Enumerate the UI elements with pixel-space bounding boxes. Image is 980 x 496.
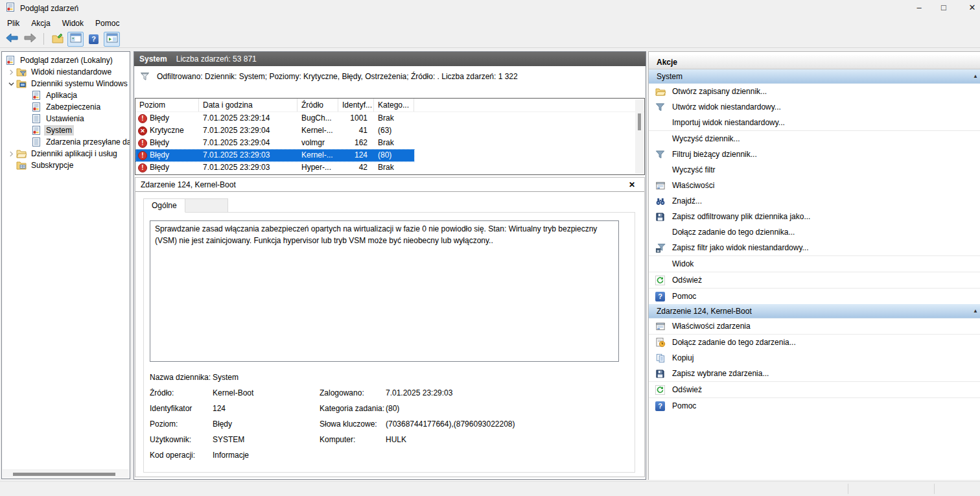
maximize-button[interactable]: □ — [932, 0, 955, 16]
field-label: Użytkownik: — [150, 435, 213, 444]
table-row[interactable]: !Błędy 7.01.2025 23:29:14 BugCh... 1001 … — [135, 112, 644, 124]
field-value: 124 — [213, 404, 320, 413]
action-clear-log[interactable]: Wyczyść dziennik... — [649, 131, 980, 147]
tree-item-root[interactable]: Podgląd zdarzeń (Lokalny) — [2, 54, 130, 66]
statusbar-separator — [848, 484, 848, 494]
column-header-data[interactable]: Data i godzina — [199, 99, 298, 112]
tree-item-windows-logs[interactable]: Dzienniki systemu Windows — [2, 78, 130, 89]
action-save-filtered-log[interactable]: Zapisz odfiltrowany plik dziennika jako.… — [649, 209, 980, 224]
tree-item-aplikacja[interactable]: Aplikacja — [2, 89, 130, 101]
column-header-identyfikator[interactable]: Identyf... — [338, 99, 374, 112]
action-attach-task-to-event[interactable]: Dołącz zadanie do tego zdarzenia... — [649, 335, 980, 350]
help-icon: ? — [89, 34, 99, 44]
custom-views-folder-icon — [16, 67, 27, 77]
table-vertical-scrollbar[interactable] — [635, 99, 644, 174]
action-filter-current-log[interactable]: Filtruj bieżący dziennik... — [649, 147, 980, 162]
action-event-properties[interactable]: Właściwości zdarzenia — [649, 318, 980, 334]
cell-level: Błędy — [150, 137, 169, 149]
status-bar — [0, 481, 980, 496]
back-button[interactable] — [4, 32, 20, 47]
help-icon: ? — [655, 401, 665, 411]
actions-title: Akcje — [649, 55, 980, 69]
console-tree-panel: Podgląd zdarzeń (Lokalny) Widoki niestan… — [1, 51, 130, 479]
column-header-poziom[interactable]: Poziom — [135, 99, 199, 112]
section-header-label: System — [657, 72, 682, 81]
export-log-button[interactable] — [49, 32, 65, 47]
tree-item-subskrypcje[interactable]: Subskrypcje — [2, 159, 130, 171]
action-save-selected-events[interactable]: Zapisz wybrane zdarzenia... — [649, 366, 980, 381]
tree-horizontal-scrollbar[interactable] — [3, 469, 129, 478]
tree-item-ustawienia[interactable]: Ustawienia — [2, 113, 130, 124]
field-label: Źródło: — [150, 388, 213, 397]
tree-item-system[interactable]: System — [2, 124, 130, 136]
action-import-custom-view[interactable]: Importuj widok niestandardowy... — [649, 115, 980, 130]
tree-item-label: Widoki niestandardowe — [29, 67, 113, 77]
console-tree-toggle-button[interactable] — [67, 32, 84, 47]
tree-item-custom-views[interactable]: Widoki niestandardowe — [2, 66, 130, 78]
action-copy[interactable]: Kopiuj — [649, 350, 980, 366]
action-save-filter-as-view[interactable]: Zapisz filtr jako widok niestandardowy..… — [649, 240, 980, 255]
menu-widok[interactable]: Widok — [56, 18, 89, 29]
scrollbar-thumb[interactable] — [13, 473, 115, 476]
field-row: Źródło: Kernel-Boot Zalogowano: 7.01.202… — [150, 385, 629, 401]
close-button[interactable]: ✕ — [961, 0, 980, 16]
log-icon — [31, 102, 41, 112]
chevron-right-icon[interactable] — [6, 151, 16, 157]
scrollbar-thumb[interactable] — [638, 113, 641, 130]
tree-item-app-logs[interactable]: Dzienniki aplikacji i usług — [2, 148, 130, 159]
event-description-box[interactable]: Sprawdzanie zasad włączania zabezpieczeń… — [150, 220, 619, 362]
column-header-kategoria[interactable]: Katego... — [374, 99, 414, 112]
chevron-down-icon[interactable] — [6, 81, 16, 87]
filter-text: Odfiltrowano: Dziennik: System; Poziomy:… — [157, 72, 518, 81]
actions-section-event[interactable]: Zdarzenie 124, Kernel-Boot ▲ — [649, 304, 980, 318]
forward-button[interactable] — [22, 32, 38, 47]
menu-akcja[interactable]: Akcja — [25, 18, 56, 29]
action-refresh[interactable]: Odśwież — [649, 272, 980, 288]
action-clear-filter[interactable]: Wyczyść filtr — [649, 162, 980, 178]
action-help[interactable]: ? Pomoc — [649, 289, 980, 304]
tab-blank[interactable] — [185, 198, 228, 213]
tree-item-label: Ustawienia — [44, 113, 86, 124]
action-pane-toggle-button[interactable] — [104, 32, 120, 47]
cell-category: Brak — [374, 161, 414, 174]
chevron-right-icon[interactable] — [6, 69, 16, 75]
close-detail-icon[interactable]: ✕ — [626, 179, 638, 191]
table-row[interactable]: ✕Krytyczne 7.01.2025 23:29:04 Kernel-...… — [135, 124, 644, 137]
action-pane-icon — [106, 33, 118, 45]
action-properties[interactable]: Właściwości — [649, 178, 980, 193]
event-description: Sprawdzanie zasad włączania zabezpieczeń… — [155, 224, 597, 245]
field-value: Kernel-Boot — [213, 388, 320, 397]
cell-category: (80) — [374, 149, 414, 161]
tree-item-zdarzenia-przesylane[interactable]: Zdarzenia przesyłane dalej — [2, 136, 130, 148]
help-button[interactable]: ? — [86, 32, 102, 47]
action-attach-task-to-log[interactable]: Dołącz zadanie do tego dziennika... — [649, 224, 980, 240]
minimize-button[interactable]: – — [907, 0, 931, 16]
cell-date: 7.01.2025 23:29:03 — [199, 161, 298, 174]
action-find[interactable]: Znajdź... — [649, 193, 980, 209]
field-label: Kategoria zadania: — [320, 404, 386, 413]
action-help-event[interactable]: ? Pomoc — [649, 398, 980, 414]
table-row[interactable]: !Błędy 7.01.2025 23:29:04 volmgr 162 Bra… — [135, 137, 644, 149]
action-open-saved-log[interactable]: Otwórz zapisany dziennik... — [649, 84, 980, 99]
field-row: Użytkownik: SYSTEM Komputer: HULK — [150, 432, 629, 447]
action-widok-submenu[interactable]: Widok — [649, 256, 980, 272]
log-plain-icon — [31, 113, 41, 124]
refresh-icon — [655, 384, 672, 395]
action-create-custom-view[interactable]: Utwórz widok niestandardowy... — [649, 99, 980, 115]
table-row[interactable]: !Błędy 7.01.2025 23:29:03 Hyper-... 42 B… — [135, 161, 644, 174]
actions-section-system[interactable]: System ▲ — [649, 69, 980, 84]
folder-export-icon — [52, 33, 64, 45]
tab-ogolne[interactable]: Ogólne — [143, 198, 185, 213]
action-refresh-event[interactable]: Odśwież — [649, 382, 980, 397]
column-header-zrodlo[interactable]: Źródło — [298, 99, 338, 112]
tree-item-zabezpieczenia[interactable]: Zabezpieczenia — [2, 101, 130, 113]
field-value: (80) — [386, 404, 629, 413]
log-title: System — [139, 54, 167, 64]
menu-plik[interactable]: Plik — [1, 18, 25, 29]
cell-id: 42 — [338, 161, 374, 174]
menu-pomoc[interactable]: Pomoc — [89, 18, 125, 29]
field-value: 7.01.2025 23:29:03 — [386, 388, 629, 397]
table-row-selected[interactable]: !Błędy 7.01.2025 23:29:03 Kernel-... 124… — [135, 149, 644, 161]
copy-icon — [655, 353, 672, 363]
detail-tab-page: Sprawdzanie zasad włączania zabezpieczeń… — [143, 212, 635, 473]
